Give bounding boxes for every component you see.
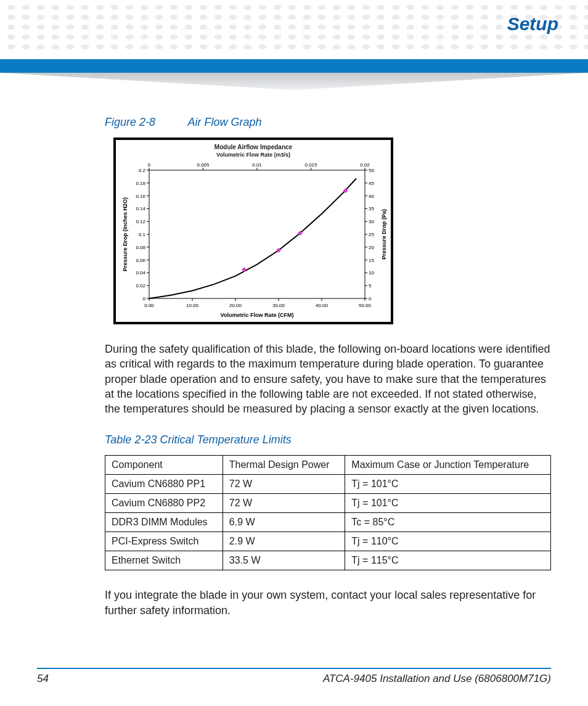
table-header: Maximum Case or Junction Temperature bbox=[345, 456, 551, 475]
page-number: 54 bbox=[37, 673, 49, 685]
table-cell: Ethernet Switch bbox=[105, 551, 223, 570]
table-row: Cavium CN6880 PP272 WTj = 101°C bbox=[105, 494, 551, 513]
doc-id: ATCA-9405 Installation and Use (6806800M… bbox=[323, 673, 551, 685]
header-blue-bar bbox=[0, 59, 588, 73]
svg-text:0: 0 bbox=[148, 162, 151, 168]
header-dot-pattern bbox=[0, 0, 588, 49]
figure-number: Figure 2-8 bbox=[105, 116, 155, 128]
airflow-chart: Module Airflow Impedance Volumetric Flow… bbox=[113, 138, 393, 324]
svg-text:0.06: 0.06 bbox=[136, 258, 145, 263]
table-row: PCI-Express Switch2.9 WTj = 110°C bbox=[105, 532, 551, 551]
svg-text:30: 30 bbox=[369, 219, 374, 224]
table-cell: Tc = 85°C bbox=[345, 513, 551, 532]
table-header: Thermal Design Power bbox=[223, 456, 345, 475]
svg-text:30.00: 30.00 bbox=[272, 303, 285, 308]
svg-text:0.1: 0.1 bbox=[139, 232, 146, 237]
svg-text:0.16: 0.16 bbox=[136, 194, 145, 199]
svg-text:0.18: 0.18 bbox=[136, 181, 145, 186]
svg-rect-0 bbox=[149, 170, 365, 298]
header-wedge bbox=[0, 73, 588, 97]
table-cell: 2.9 W bbox=[223, 532, 345, 551]
table-cell: PCI-Express Switch bbox=[105, 532, 223, 551]
table-caption: Table 2-23 Critical Temperature Limits bbox=[105, 433, 551, 446]
chart-svg: 00.020.040.060.080.10.120.140.160.180.20… bbox=[118, 159, 390, 319]
svg-text:40.00: 40.00 bbox=[316, 303, 329, 308]
paragraph-safety: During the safety qualification of this … bbox=[105, 342, 551, 416]
svg-text:0.005: 0.005 bbox=[197, 162, 210, 168]
svg-text:15: 15 bbox=[369, 258, 374, 263]
table-header-row: Component Thermal Design Power Maximum C… bbox=[105, 456, 551, 475]
svg-text:0: 0 bbox=[143, 296, 146, 302]
svg-text:0.14: 0.14 bbox=[136, 206, 145, 211]
svg-text:0.2: 0.2 bbox=[139, 168, 146, 173]
svg-text:0.02: 0.02 bbox=[136, 283, 145, 289]
svg-text:25: 25 bbox=[369, 232, 374, 237]
svg-text:Pressure Drop (Pa): Pressure Drop (Pa) bbox=[381, 209, 387, 260]
critical-temp-table: Component Thermal Design Power Maximum C… bbox=[105, 455, 551, 570]
svg-text:50.00: 50.00 bbox=[359, 303, 372, 308]
figure-title: Air Flow Graph bbox=[187, 116, 261, 128]
section-title: Setup bbox=[507, 14, 558, 35]
svg-text:0.12: 0.12 bbox=[136, 219, 145, 224]
table-cell: Tj = 101°C bbox=[345, 475, 551, 494]
svg-text:10.00: 10.00 bbox=[186, 303, 199, 308]
table-cell: DDR3 DIMM Modules bbox=[105, 513, 223, 532]
page-footer: 54 ATCA-9405 Installation and Use (68068… bbox=[37, 668, 551, 685]
table-cell: Tj = 101°C bbox=[345, 494, 551, 513]
svg-text:Pressure Drop (Inches H2O): Pressure Drop (Inches H2O) bbox=[122, 197, 128, 271]
svg-text:0.04: 0.04 bbox=[136, 270, 145, 276]
table-row: DDR3 DIMM Modules6.9 WTc = 85°C bbox=[105, 513, 551, 532]
svg-text:0.015: 0.015 bbox=[304, 162, 317, 168]
table-cell: Cavium CN6880 PP1 bbox=[105, 475, 223, 494]
content-area: Figure 2-8 Air Flow Graph Module Airflow… bbox=[105, 111, 551, 635]
page: Setup Figure 2-8 Air Flow Graph Module A… bbox=[0, 0, 588, 706]
table-row: Ethernet Switch33.5 WTj = 115°C bbox=[105, 551, 551, 570]
svg-text:20: 20 bbox=[369, 245, 374, 250]
paragraph-integrate: If you integrate the blade in your own s… bbox=[105, 588, 551, 618]
svg-text:45: 45 bbox=[369, 181, 374, 186]
figure-caption: Figure 2-8 Air Flow Graph bbox=[105, 116, 551, 129]
table-cell: 72 W bbox=[223, 475, 345, 494]
svg-text:0.02: 0.02 bbox=[360, 162, 370, 168]
chart-subtitle: Volumetric Flow Rate (m3/s) bbox=[118, 152, 388, 158]
svg-text:10: 10 bbox=[369, 270, 374, 276]
table-cell: Tj = 115°C bbox=[345, 551, 551, 570]
svg-text:20.00: 20.00 bbox=[229, 303, 242, 308]
table-cell: Tj = 110°C bbox=[345, 532, 551, 551]
svg-text:0.00: 0.00 bbox=[144, 303, 154, 308]
svg-text:50: 50 bbox=[369, 168, 374, 173]
svg-text:Volumetric Flow Rate (CFM): Volumetric Flow Rate (CFM) bbox=[221, 312, 294, 318]
svg-text:40: 40 bbox=[369, 194, 374, 199]
svg-text:5: 5 bbox=[369, 283, 372, 289]
svg-text:0.08: 0.08 bbox=[136, 245, 145, 250]
table-cell: 72 W bbox=[223, 494, 345, 513]
table-header: Component bbox=[105, 456, 223, 475]
svg-text:0.01: 0.01 bbox=[252, 162, 262, 168]
table-cell: 6.9 W bbox=[223, 513, 345, 532]
svg-text:0: 0 bbox=[369, 296, 372, 302]
table-cell: Cavium CN6880 PP2 bbox=[105, 494, 223, 513]
chart-title: Module Airflow Impedance bbox=[118, 144, 388, 150]
svg-text:35: 35 bbox=[369, 206, 374, 211]
table-cell: 33.5 W bbox=[223, 551, 345, 570]
table-row: Cavium CN6880 PP172 WTj = 101°C bbox=[105, 475, 551, 494]
